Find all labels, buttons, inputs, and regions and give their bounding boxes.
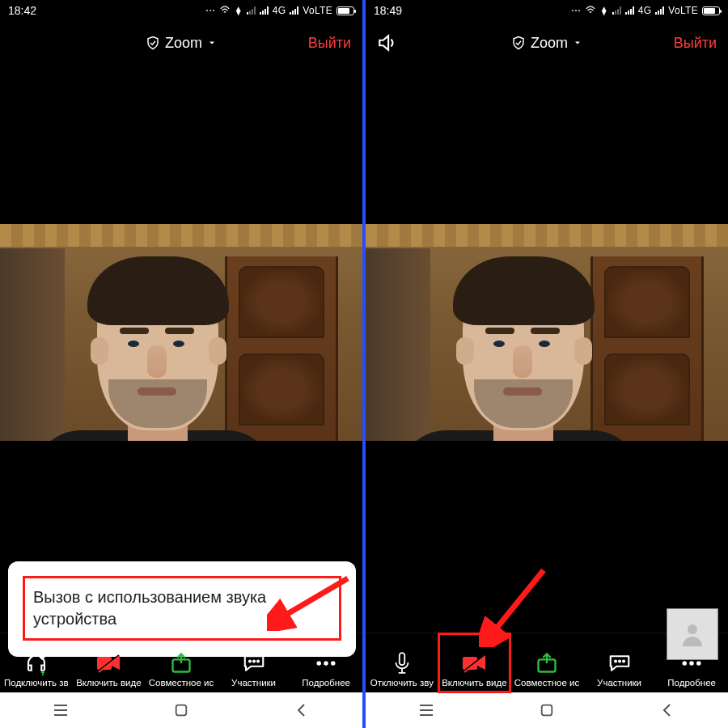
- nav-recent-button[interactable]: [414, 698, 438, 722]
- volte-label: VoLTE: [303, 5, 332, 16]
- volte-label: VoLTE: [668, 5, 698, 16]
- speaker-button[interactable]: [377, 32, 442, 53]
- more-indicator-icon: ⋯: [205, 5, 215, 16]
- svg-rect-31: [542, 705, 552, 716]
- meeting-header: Zoom Выйти: [366, 21, 728, 65]
- title-text: Zoom: [531, 35, 568, 52]
- start-video-button[interactable]: Включить виде: [438, 633, 511, 692]
- signal-3-icon: [290, 6, 298, 15]
- status-time: 18:49: [374, 4, 402, 17]
- nav-home-button[interactable]: [169, 698, 193, 722]
- network-label: 4G: [273, 5, 286, 16]
- svg-rect-17: [400, 653, 404, 665]
- signal-1-icon: [247, 6, 256, 15]
- svg-rect-14: [176, 705, 187, 716]
- chevron-down-icon: [573, 38, 582, 48]
- participants-button[interactable]: Участники: [218, 633, 290, 692]
- nav-back-button[interactable]: [290, 698, 314, 722]
- nav-back-button[interactable]: [655, 698, 679, 722]
- title-dropdown[interactable]: Zoom: [442, 35, 652, 52]
- network-label: 4G: [638, 5, 652, 16]
- start-video-button[interactable]: Включить виде: [73, 633, 146, 692]
- join-audio-button[interactable]: Подключить зв: [0, 633, 73, 692]
- svg-point-27: [696, 661, 701, 666]
- status-bar: 18:42 ⋯ ▲▼ 4G VoLTE: [0, 0, 362, 21]
- data-arrows-icon: ▲▼: [235, 6, 243, 15]
- chevron-down-icon: [207, 38, 217, 48]
- audio-popup-text: Вызов с использованием звука устройства: [23, 576, 341, 641]
- battery-icon: [336, 6, 354, 15]
- data-arrows-icon: ▲▼: [600, 6, 608, 15]
- more-icon: [314, 651, 338, 675]
- svg-point-6: [253, 661, 255, 662]
- shield-icon: [146, 36, 160, 50]
- status-bar: 18:49 ⋯ ▲▼ 4G VoLTE: [366, 0, 728, 21]
- camera-feed: [366, 224, 728, 441]
- mic-icon: [392, 651, 413, 675]
- more-button[interactable]: Подробнее: [655, 633, 728, 692]
- more-button[interactable]: Подробнее: [290, 633, 362, 692]
- toolbar: Отключить зву Включить виде Совместное и…: [366, 633, 728, 692]
- svg-point-23: [619, 661, 620, 662]
- svg-point-8: [317, 661, 322, 666]
- svg-point-22: [615, 661, 616, 662]
- svg-point-7: [257, 661, 259, 662]
- svg-point-25: [683, 661, 688, 666]
- share-button[interactable]: Совместное ис: [145, 633, 218, 692]
- headset-icon: [24, 651, 49, 675]
- video-area[interactable]: [0, 65, 362, 633]
- signal-3-icon: [655, 6, 664, 15]
- speaker-icon: [377, 32, 398, 53]
- wifi-icon: [219, 5, 231, 17]
- svg-point-9: [324, 661, 328, 666]
- meeting-header: Zoom Выйти: [0, 21, 362, 65]
- more-indicator-icon: ⋯: [571, 5, 581, 16]
- share-button[interactable]: Совместное ис: [510, 633, 583, 692]
- svg-point-24: [623, 661, 624, 662]
- left-screenshot: 18:42 ⋯ ▲▼ 4G VoLTE Zoom: [0, 0, 362, 728]
- wifi-icon: [585, 5, 596, 17]
- chat-icon: [607, 651, 632, 675]
- camera-feed: [0, 224, 362, 441]
- nav-home-button[interactable]: [535, 698, 559, 722]
- title-text: Zoom: [165, 35, 202, 52]
- battery-icon: [702, 6, 720, 15]
- mute-audio-button[interactable]: Отключить зву: [366, 633, 438, 692]
- signal-1-icon: [612, 6, 621, 15]
- more-icon: [679, 651, 704, 675]
- leave-button[interactable]: Выйти: [286, 35, 351, 52]
- status-time: 18:42: [8, 4, 36, 17]
- title-dropdown[interactable]: Zoom: [76, 35, 286, 52]
- chat-icon: [242, 651, 266, 675]
- android-nav-bar: [366, 692, 728, 728]
- signal-2-icon: [625, 6, 634, 15]
- svg-point-5: [249, 661, 251, 662]
- leave-button[interactable]: Выйти: [652, 35, 717, 52]
- participants-button[interactable]: Участники: [583, 633, 656, 692]
- nav-recent-button[interactable]: [49, 698, 73, 722]
- svg-point-10: [331, 661, 336, 666]
- svg-point-26: [689, 661, 694, 666]
- video-off-icon: [95, 651, 121, 675]
- share-icon: [170, 651, 193, 675]
- android-nav-bar: [0, 692, 362, 728]
- right-screenshot: 18:49 ⋯ ▲▼ 4G VoLTE Zoom: [366, 0, 728, 728]
- toolbar: Подключить зв Включить виде Совместное и…: [0, 633, 362, 692]
- video-off-icon: [461, 651, 487, 675]
- video-area[interactable]: [366, 65, 728, 633]
- signal-2-icon: [260, 6, 269, 15]
- shield-icon: [511, 36, 526, 50]
- share-icon: [535, 651, 558, 675]
